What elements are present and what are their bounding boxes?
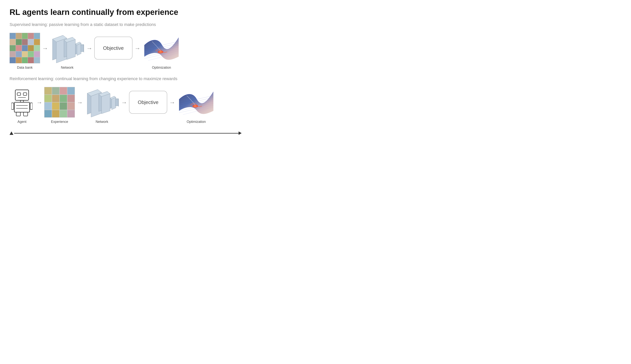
objective1-text: Objective	[103, 45, 124, 51]
svg-rect-23	[23, 93, 27, 96]
objective1-box: Objective	[94, 37, 133, 60]
supervised-label: Supervised learning: passive learning fr…	[10, 22, 239, 27]
svg-marker-38	[102, 94, 110, 114]
svg-point-53	[194, 105, 197, 107]
optimization1-label: Optimization	[152, 66, 171, 70]
svg-rect-30	[30, 103, 33, 110]
arrow-4: →	[36, 99, 42, 106]
rl-diagram: Agent → Experience →	[10, 87, 239, 124]
databank-label: Data bank	[17, 66, 33, 70]
svg-marker-8	[77, 43, 81, 56]
rl-description: continual learning from changing experie…	[55, 76, 178, 81]
svg-marker-44	[118, 99, 119, 107]
agent-item: Agent	[10, 87, 34, 124]
objective2-text: Objective	[138, 100, 158, 105]
svg-point-20	[159, 51, 162, 53]
svg-marker-43	[116, 99, 119, 100]
svg-rect-31	[16, 112, 21, 116]
experience-label: Experience	[51, 120, 68, 124]
svg-rect-29	[12, 103, 14, 110]
network1-label: Network	[61, 66, 74, 70]
timeline-line	[14, 133, 239, 134]
robot-visual	[10, 87, 34, 118]
svg-marker-10	[81, 44, 84, 45]
objective2-box: Objective	[129, 91, 167, 114]
optimization1-visual	[142, 33, 181, 63]
svg-rect-22	[17, 93, 21, 96]
optimization2-item: Optimization	[177, 87, 215, 124]
svg-rect-32	[24, 112, 28, 116]
optimization1-item: Optimization	[142, 33, 181, 70]
network2-label: Network	[96, 120, 108, 124]
timeline-up-arrow	[10, 132, 13, 135]
experience-collage	[44, 87, 75, 118]
experience-item: Experience	[44, 87, 75, 124]
timeline	[10, 132, 239, 135]
rl-section: Reinforcement learning: continual learni…	[10, 76, 239, 124]
network1-item: Network	[50, 33, 84, 70]
optimization2-label: Optimization	[187, 120, 206, 124]
objective2-item: Objective -	[129, 91, 167, 120]
network2-item: Network	[85, 87, 119, 124]
svg-marker-11	[84, 44, 84, 52]
supervised-diagram: Data bank →	[10, 33, 239, 70]
network1-visual	[50, 33, 84, 63]
arrow-6: →	[121, 99, 127, 106]
optimization2-visual	[177, 87, 215, 118]
supervised-description: passive learning from a static dataset t…	[49, 22, 156, 27]
rl-label-bold: Reinforcement learning:	[10, 76, 54, 81]
objective1-item: Objective -	[94, 37, 133, 66]
svg-marker-41	[112, 97, 116, 110]
databank-collage	[10, 33, 40, 63]
svg-rect-9	[81, 44, 84, 52]
supervised-label-bold: Supervised learning:	[10, 22, 48, 27]
arrow-7: →	[169, 99, 175, 106]
databank-item: Data bank	[10, 33, 40, 70]
svg-rect-26	[14, 102, 30, 112]
arrow-5: →	[77, 99, 83, 106]
arrow-1: →	[42, 45, 48, 52]
arrow-2: →	[86, 45, 92, 52]
rl-label: Reinforcement learning: continual learni…	[10, 76, 239, 81]
svg-marker-5	[67, 40, 75, 60]
arrow-3: →	[134, 45, 141, 52]
svg-rect-42	[116, 99, 118, 106]
page-title: RL agents learn continually from experie…	[10, 8, 239, 17]
network2-visual	[85, 87, 119, 118]
agent-label: Agent	[17, 120, 26, 124]
